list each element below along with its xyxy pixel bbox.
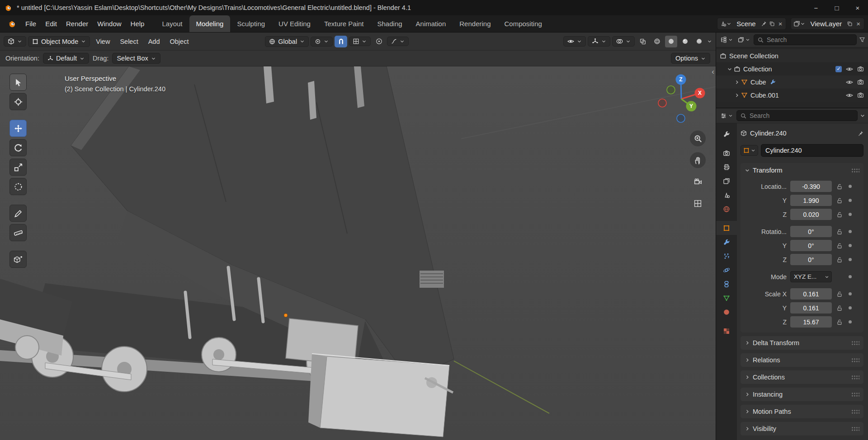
menu-file[interactable]: File	[21, 15, 41, 32]
tab-view-layer[interactable]	[716, 174, 737, 188]
snap-settings-dropdown[interactable]	[349, 37, 371, 46]
tab-animation[interactable]: Animation	[409, 15, 453, 32]
lock-button[interactable]	[836, 243, 843, 249]
viewlayer-browse-button[interactable]	[793, 20, 805, 27]
outliner-row-collection[interactable]: Collection ✓	[716, 62, 868, 75]
expand-chevron-icon[interactable]	[734, 93, 740, 98]
shading-options-chevron-icon[interactable]	[707, 39, 712, 44]
shading-solid-button[interactable]	[665, 36, 677, 47]
tool-measure[interactable]	[9, 224, 27, 241]
lock-button[interactable]	[836, 291, 843, 297]
lock-button[interactable]	[836, 183, 843, 190]
xray-toggle[interactable]	[637, 36, 649, 47]
transform-orientation-dropdown[interactable]: Global	[265, 36, 309, 47]
tab-sculpting[interactable]: Sculpting	[230, 15, 272, 32]
viewport-canvas[interactable]: User Perspective (2) Scene Collection | …	[0, 66, 716, 440]
shading-wireframe-button[interactable]	[651, 36, 663, 47]
properties-options-button[interactable]	[860, 113, 865, 118]
panel-grip[interactable]	[851, 358, 859, 363]
rotation-mode-dropdown[interactable]: XYZ E...	[790, 271, 832, 282]
collapse-chevron-icon[interactable]	[727, 66, 732, 72]
shading-rendered-button[interactable]	[693, 36, 705, 47]
disable-render-camera-icon[interactable]	[857, 92, 864, 98]
lock-button[interactable]	[836, 229, 843, 235]
region-collapse-arrow[interactable]: ‹	[712, 67, 714, 76]
tab-constraints[interactable]	[716, 277, 737, 291]
remove-viewlayer-button[interactable]: ×	[855, 20, 862, 28]
tab-scene[interactable]	[716, 188, 737, 202]
properties-search-input[interactable]	[750, 112, 854, 119]
scene-name[interactable]: Scene	[734, 20, 759, 28]
menu-window[interactable]: Window	[93, 15, 126, 32]
tab-modeling[interactable]: Modeling	[189, 15, 231, 32]
hide-eye-icon[interactable]	[846, 79, 853, 86]
proportional-falloff-dropdown[interactable]	[387, 37, 409, 46]
tool-move[interactable]	[9, 120, 27, 137]
hide-eye-icon[interactable]	[846, 66, 853, 73]
tab-modifiers[interactable]	[716, 235, 737, 249]
menu-object[interactable]: Object	[166, 38, 193, 45]
outliner-editor-type-button[interactable]	[719, 36, 734, 44]
tab-texture-paint[interactable]: Texture Paint	[317, 15, 371, 32]
panel-instancing[interactable]: Instancing	[741, 388, 863, 401]
panel-relations[interactable]: Relations	[741, 353, 863, 367]
rotation-z-field[interactable]: 0°	[790, 254, 832, 265]
exclude-checkbox[interactable]: ✓	[835, 66, 842, 72]
panel-grip[interactable]	[851, 168, 859, 173]
menu-edit[interactable]: Edit	[41, 15, 61, 32]
blender-menu-button[interactable]	[4, 15, 21, 32]
panel-grip[interactable]	[851, 392, 859, 397]
snap-toggle-button[interactable]	[335, 36, 347, 47]
tab-texture[interactable]	[716, 324, 737, 338]
mode-dropdown[interactable]: Object Mode	[28, 36, 90, 47]
orientation-default-dropdown[interactable]: Default	[43, 53, 89, 64]
options-dropdown[interactable]: Options	[671, 53, 710, 64]
navigation-gizmo[interactable]: Z X Y	[650, 68, 708, 126]
menu-add[interactable]: Add	[144, 38, 164, 45]
lock-button[interactable]	[836, 305, 843, 311]
outliner-display-mode-button[interactable]	[736, 36, 751, 44]
rotation-y-field[interactable]: 0°	[790, 240, 832, 251]
menu-render[interactable]: Render	[61, 15, 93, 32]
scene-browse-button[interactable]	[720, 20, 731, 27]
tab-layout[interactable]: Layout	[155, 15, 189, 32]
animate-dot[interactable]	[849, 320, 852, 323]
pivot-point-dropdown[interactable]	[311, 37, 333, 47]
tab-world[interactable]	[716, 202, 737, 216]
lock-button[interactable]	[836, 197, 843, 204]
tab-object-data[interactable]	[716, 291, 737, 305]
tab-compositing[interactable]: Compositing	[498, 15, 549, 32]
tool-rotate[interactable]	[9, 139, 27, 156]
tool-scale[interactable]	[9, 159, 27, 176]
breadcrumb-object-name[interactable]: Cylinder.240	[750, 130, 787, 137]
pin-scene-button[interactable]	[761, 21, 767, 27]
tab-material[interactable]	[716, 305, 737, 319]
pin-id-button[interactable]	[858, 131, 863, 136]
outliner-filter-button[interactable]	[859, 37, 865, 43]
scale-x-field[interactable]: 0.161	[790, 288, 832, 300]
location-y-field[interactable]: 1.990	[790, 195, 832, 206]
tool-transform[interactable]	[9, 178, 27, 195]
menu-view[interactable]: View	[92, 38, 114, 45]
minimize-button[interactable]: −	[806, 0, 826, 15]
gizmo-neg-x-axis[interactable]	[658, 99, 666, 107]
menu-help[interactable]: Help	[126, 15, 149, 32]
disable-render-camera-icon[interactable]	[857, 79, 864, 85]
shading-material-button[interactable]	[679, 36, 691, 47]
location-z-field[interactable]: 0.020	[790, 209, 832, 220]
unlink-scene-button[interactable]: ×	[777, 20, 784, 28]
outliner-item-label[interactable]: Scene Collection	[729, 52, 778, 60]
panel-grip[interactable]	[851, 375, 859, 380]
animate-dot[interactable]	[849, 275, 852, 278]
properties-search[interactable]	[736, 110, 858, 121]
disable-render-camera-icon[interactable]	[857, 66, 864, 72]
editor-type-button[interactable]	[4, 36, 26, 47]
tool-select-box[interactable]	[9, 74, 27, 91]
animate-dot[interactable]	[849, 292, 852, 295]
viewlayer-name[interactable]: ViewLayer	[807, 20, 844, 28]
show-gizmo-dropdown[interactable]	[588, 36, 610, 47]
tab-output[interactable]	[716, 160, 737, 174]
object-visibility-dropdown[interactable]	[563, 36, 586, 47]
object-name-field[interactable]: Cylinder.240	[761, 144, 863, 157]
panel-grip[interactable]	[851, 426, 859, 431]
